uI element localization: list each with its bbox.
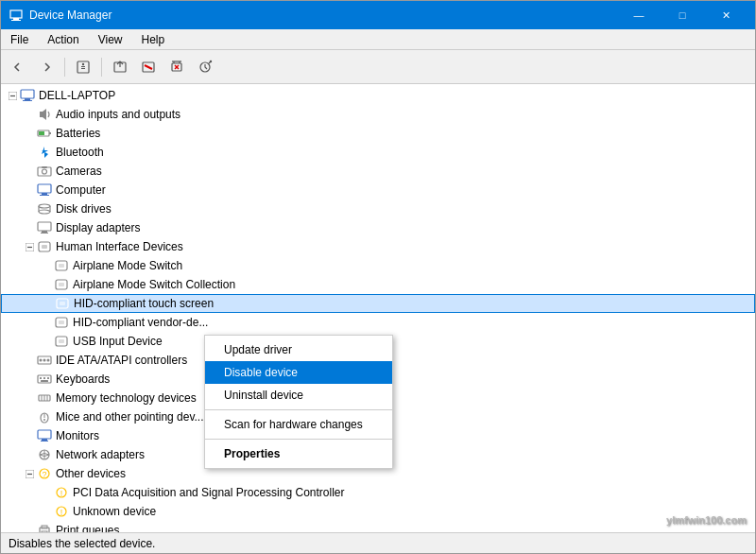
device-icon-batteries	[37, 126, 52, 141]
svg-rect-30	[42, 193, 47, 195]
svg-rect-52	[59, 339, 64, 343]
window-title: Device Manager	[29, 9, 617, 22]
svg-point-68	[43, 419, 45, 421]
svg-text:!: !	[60, 508, 63, 517]
device-icon-airplane-col	[54, 277, 69, 292]
context-menu-separator	[205, 439, 392, 440]
menu-help[interactable]: Help	[132, 29, 175, 49]
device-icon-print	[37, 523, 52, 532]
device-tree[interactable]: DELL-LAPTOPAudio inputs and outputsBatte…	[1, 84, 755, 532]
device-manager-window: Device Manager — □ ✕ File Action View He…	[0, 0, 756, 554]
svg-point-35	[39, 210, 50, 214]
svg-rect-58	[40, 377, 42, 379]
tree-item-unknown[interactable]: !Unknown device	[1, 502, 755, 521]
device-label-print: Print queues	[56, 524, 119, 532]
svg-point-17	[210, 60, 212, 61]
window-controls: — □ ✕	[617, 1, 747, 29]
svg-text:?: ?	[42, 470, 46, 479]
device-label-pci: PCI Data Acquisition and Signal Processi…	[73, 486, 344, 499]
uninstall-button[interactable]	[163, 54, 190, 80]
tree-item-pci[interactable]: !PCI Data Acquisition and Signal Process…	[1, 483, 755, 502]
tree-item-audio[interactable]: Audio inputs and outputs	[1, 105, 755, 124]
device-label-cameras: Cameras	[56, 164, 102, 178]
tree-item-airplane[interactable]: Airplane Mode Switch	[1, 256, 755, 275]
properties-button[interactable]	[70, 54, 96, 80]
svg-rect-36	[38, 222, 51, 231]
toolbar-sep-2	[101, 58, 102, 77]
maximize-button[interactable]: □	[661, 1, 704, 29]
menu-file[interactable]: File	[1, 29, 38, 49]
device-icon-monitors	[37, 428, 52, 443]
status-text: Disables the selected device.	[9, 537, 155, 550]
svg-rect-21	[25, 98, 30, 100]
context-menu-item-scan[interactable]: Scan for hardware changes	[205, 413, 392, 436]
expand-btn-hid[interactable]	[22, 239, 37, 254]
device-icon-dell-laptop	[20, 88, 35, 103]
svg-point-55	[43, 359, 46, 362]
menu-action[interactable]: Action	[38, 29, 88, 49]
svg-point-32	[39, 204, 50, 208]
svg-rect-22	[23, 100, 32, 101]
disable-button[interactable]	[135, 54, 162, 80]
svg-rect-26	[38, 167, 51, 176]
svg-rect-31	[40, 195, 49, 196]
context-menu-item-update[interactable]: Update driver	[205, 338, 392, 361]
svg-rect-24	[49, 132, 51, 134]
tree-item-hid-touch[interactable]: HID-compliant touch screen	[1, 294, 755, 313]
svg-rect-59	[43, 377, 45, 379]
tree-item-dell-laptop[interactable]: DELL-LAPTOP	[1, 86, 755, 105]
svg-rect-50	[59, 320, 64, 324]
device-icon-hid-vendor	[54, 315, 69, 330]
tree-item-cameras[interactable]: Cameras	[1, 162, 755, 181]
expand-btn-dell-laptop[interactable]	[5, 88, 20, 103]
svg-rect-83	[42, 531, 47, 532]
menu-bar: File Action View Help	[1, 29, 755, 50]
svg-rect-0	[10, 10, 22, 18]
update-driver-button[interactable]	[107, 54, 133, 80]
content-area: DELL-LAPTOPAudio inputs and outputsBatte…	[1, 84, 755, 532]
device-icon-network	[37, 447, 52, 462]
close-button[interactable]: ✕	[704, 1, 747, 29]
menu-view[interactable]: View	[89, 29, 132, 49]
device-label-bluetooth: Bluetooth	[56, 146, 104, 159]
svg-rect-2	[11, 20, 21, 21]
device-icon-disk	[37, 201, 52, 216]
device-icon-ide	[37, 353, 52, 368]
tree-item-bluetooth[interactable]: Bluetooth	[1, 143, 755, 162]
device-icon-usb-input	[54, 334, 69, 349]
device-label-airplane-col: Airplane Mode Switch Collection	[73, 278, 235, 291]
device-icon-hid-touch	[55, 296, 70, 311]
device-label-unknown: Unknown device	[73, 505, 156, 518]
device-label-monitors: Monitors	[56, 429, 99, 442]
scan-button[interactable]	[192, 54, 218, 80]
svg-rect-37	[42, 231, 47, 233]
context-menu-item-uninstall[interactable]: Uninstall device	[205, 384, 392, 407]
expand-btn-other[interactable]	[22, 466, 37, 481]
tree-item-disk[interactable]: Disk drives	[1, 199, 755, 218]
toolbar-sep-1	[64, 58, 65, 77]
svg-rect-46	[59, 283, 64, 286]
forward-button[interactable]	[33, 54, 60, 80]
toolbar	[1, 50, 755, 84]
back-button[interactable]	[5, 54, 31, 80]
device-icon-pci: !	[54, 485, 69, 500]
device-label-hid: Human Interface Devices	[56, 240, 183, 253]
tree-item-computer[interactable]: Computer	[1, 181, 755, 199]
device-icon-unknown: !	[54, 504, 69, 519]
device-icon-keyboards	[37, 372, 52, 387]
device-label-usb-input: USB Input Device	[73, 335, 163, 348]
tree-item-airplane-col[interactable]: Airplane Mode Switch Collection	[1, 275, 755, 294]
device-label-batteries: Batteries	[56, 127, 100, 140]
tree-item-batteries[interactable]: Batteries	[1, 124, 755, 143]
context-menu-item-properties[interactable]: Properties	[205, 442, 392, 465]
tree-item-hid[interactable]: Human Interface Devices	[1, 237, 755, 256]
tree-item-hid-vendor[interactable]: HID-compliant vendor-de...	[1, 313, 755, 332]
tree-item-display[interactable]: Display adapters	[1, 218, 755, 237]
device-label-hid-vendor: HID-compliant vendor-de...	[73, 316, 208, 329]
context-menu: Update driverDisable deviceUninstall dev…	[204, 335, 393, 469]
context-menu-item-disable[interactable]: Disable device	[205, 361, 392, 384]
tree-item-print[interactable]: Print queues	[1, 521, 755, 532]
minimize-button[interactable]: —	[617, 1, 661, 29]
device-label-display: Display adapters	[56, 221, 140, 234]
device-label-computer: Computer	[56, 183, 106, 197]
